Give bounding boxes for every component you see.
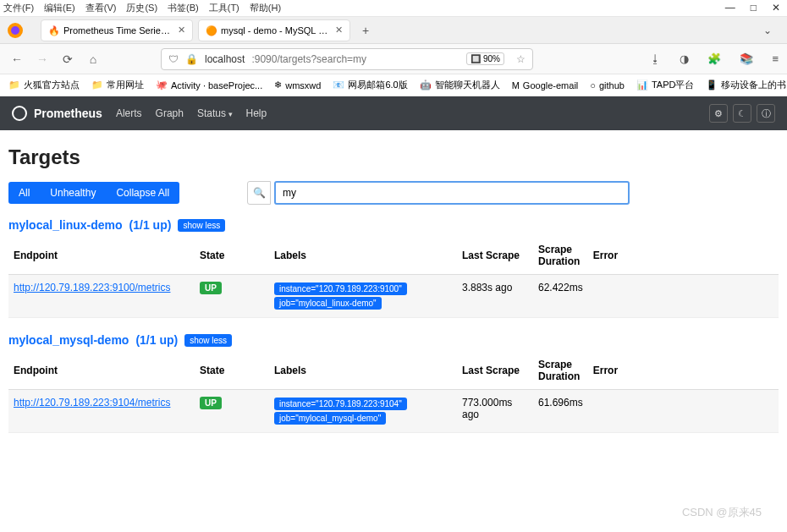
last-scrape-value: 773.000ms ago (457, 390, 533, 433)
th-scrape-duration: Scrape Duration (533, 237, 588, 275)
show-less-button[interactable]: show less (178, 219, 225, 232)
brand-text: Prometheus (34, 107, 102, 120)
url-field[interactable]: 🛡 🔒 localhost:9090/targets?search=my 🔲 9… (161, 48, 533, 70)
bot-icon: 🤖 (420, 80, 432, 90)
label-chip: instance="120.79.189.223:9104" (274, 398, 407, 410)
page-content: Targets All Unhealthy Collapse All 🔍 myl… (0, 130, 787, 442)
label-chip: instance="120.79.189.223:9100" (274, 282, 407, 295)
prometheus-brand[interactable]: Prometheus (12, 106, 102, 121)
gmail-icon: M (512, 80, 520, 90)
filter-toolbar: All Unhealthy Collapse All 🔍 (8, 181, 779, 205)
folder-icon: 📁 (8, 80, 20, 90)
prometheus-favicon-icon: 🔥 (48, 25, 58, 36)
tab-prometheus[interactable]: 🔥 Prometheus Time Series Coll ✕ (41, 19, 193, 41)
search-icon[interactable]: 🔍 (247, 181, 271, 205)
browser-url-bar: ← → ⟳ ⌂ 🛡 🔒 localhost:9090/targets?searc… (0, 44, 787, 74)
bookmark-item[interactable]: ❄wmsxwd (274, 80, 321, 90)
bookmark-item[interactable]: 🐙Activity · baseProjec... (156, 80, 262, 90)
window-minimize-icon[interactable]: — (725, 2, 735, 14)
dark-mode-icon[interactable]: ☾ (733, 104, 751, 123)
menu-help[interactable]: 帮助(H) (250, 2, 281, 14)
bookmark-item[interactable]: 📧网易邮箱6.0版 (333, 79, 407, 91)
nav-alerts[interactable]: Alerts (116, 107, 142, 119)
th-endpoint: Endpoint (8, 237, 195, 275)
job-count: (1/1 up) (135, 333, 178, 347)
extensions-icon[interactable]: 🧩 (707, 52, 721, 65)
job-name-link[interactable]: mylocal_mysql-demo (8, 333, 129, 347)
window-close-icon[interactable]: ✕ (772, 2, 780, 14)
bookmark-mobile[interactable]: 📱移动设备上的书 (706, 79, 786, 91)
menu-view[interactable]: 查看(V) (85, 2, 117, 14)
endpoint-link[interactable]: http://120.79.189.223:9100/metrics (14, 282, 170, 293)
bookmark-item[interactable]: 📁火狐官方站点 (8, 79, 80, 91)
url-path: :9090/targets?search=my (251, 53, 366, 65)
info-icon[interactable]: ⓘ (757, 104, 775, 123)
job-name-link[interactable]: mylocal_linux-demo (8, 218, 123, 232)
downloads-icon[interactable]: ⭳ (650, 52, 661, 65)
window-maximize-icon[interactable]: □ (751, 2, 757, 14)
label-chip: job="mylocal_mysql-demo" (274, 412, 386, 425)
endpoint-link[interactable]: http://120.79.189.223:9104/metrics (14, 397, 170, 409)
job-header: mylocal_linux-demo (1/1 up) show less (8, 218, 779, 232)
tab-overflow-icon[interactable]: ⌄ (755, 25, 780, 36)
error-value (588, 275, 779, 318)
close-tab-icon[interactable]: ✕ (335, 25, 343, 36)
zoom-indicator[interactable]: 🔲 90% (466, 52, 504, 65)
bookmark-item[interactable]: 🤖智能聊天机器人 (420, 79, 500, 91)
menu-tools[interactable]: 工具(T) (209, 2, 239, 14)
bookmark-item[interactable]: 📁常用网址 (91, 79, 144, 91)
scrape-duration-value: 61.696ms (533, 390, 588, 433)
prometheus-navbar: Prometheus Alerts Graph Status Help ⚙ ☾ … (0, 96, 787, 130)
library-icon[interactable]: 📚 (740, 52, 753, 65)
th-labels: Labels (269, 237, 457, 275)
close-tab-icon[interactable]: ✕ (178, 25, 185, 36)
site-icon: ❄ (274, 80, 282, 90)
url-host: localhost (205, 53, 245, 65)
menu-icon[interactable]: ≡ (772, 52, 779, 65)
nav-graph[interactable]: Graph (156, 107, 184, 119)
svg-point-1 (11, 26, 19, 35)
show-less-button[interactable]: show less (184, 334, 232, 347)
folder-icon: 📁 (91, 80, 103, 90)
tab-title: Prometheus Time Series Coll (63, 25, 173, 36)
reload-button[interactable]: ⟳ (59, 52, 76, 66)
menu-bookmarks[interactable]: 书签(B) (168, 2, 199, 14)
forward-button[interactable]: → (34, 52, 51, 66)
watermark: CSDN @原来45 (682, 505, 762, 520)
menu-edit[interactable]: 编辑(E) (44, 2, 75, 14)
bookmark-item[interactable]: MGoogle-email (512, 80, 579, 90)
settings-icon[interactable]: ⚙ (709, 104, 728, 123)
tab-mysql[interactable]: 🟠 mysql - demo - MySQL - Das ✕ (198, 19, 350, 41)
menu-history[interactable]: 历史(S) (126, 2, 157, 14)
github-icon: ○ (590, 80, 596, 90)
page-title: Targets (8, 145, 779, 169)
collapse-all-button[interactable]: Collapse All (106, 182, 179, 204)
bookmark-item[interactable]: ○github (590, 80, 625, 90)
account-icon[interactable]: ◑ (680, 52, 689, 65)
menu-file[interactable]: 文件(F) (3, 2, 34, 14)
nav-help[interactable]: Help (246, 107, 267, 119)
tab-title: mysql - demo - MySQL - Das (221, 25, 330, 36)
new-tab-button[interactable]: + (355, 24, 376, 37)
back-button[interactable]: ← (8, 52, 25, 66)
filter-unhealthy-button[interactable]: Unhealthy (40, 182, 106, 204)
bookmark-star-icon[interactable]: ☆ (516, 53, 526, 65)
error-value (588, 390, 779, 433)
grafana-favicon-icon: 🟠 (206, 25, 216, 36)
job-count: (1/1 up) (129, 218, 172, 232)
lock-icon: 🔒 (185, 53, 198, 65)
th-error: Error (588, 237, 779, 275)
job-header: mylocal_mysql-demo (1/1 up) show less (8, 333, 779, 347)
state-badge: UP (200, 282, 222, 294)
browser-tab-bar: 🔥 Prometheus Time Series Coll ✕ 🟠 mysql … (0, 17, 787, 44)
search-input[interactable] (274, 181, 630, 205)
th-state: State (195, 237, 269, 275)
mobile-icon: 📱 (706, 80, 718, 90)
bookmark-item[interactable]: 📊TAPD平台 (636, 79, 695, 91)
filter-all-button[interactable]: All (8, 182, 40, 204)
table-row: http://120.79.189.223:9100/metrics UP in… (8, 275, 779, 318)
nav-status[interactable]: Status (197, 107, 233, 119)
prometheus-logo-icon (12, 106, 27, 121)
home-button[interactable]: ⌂ (85, 52, 102, 66)
label-chip: job="mylocal_linux-demo" (274, 297, 382, 310)
